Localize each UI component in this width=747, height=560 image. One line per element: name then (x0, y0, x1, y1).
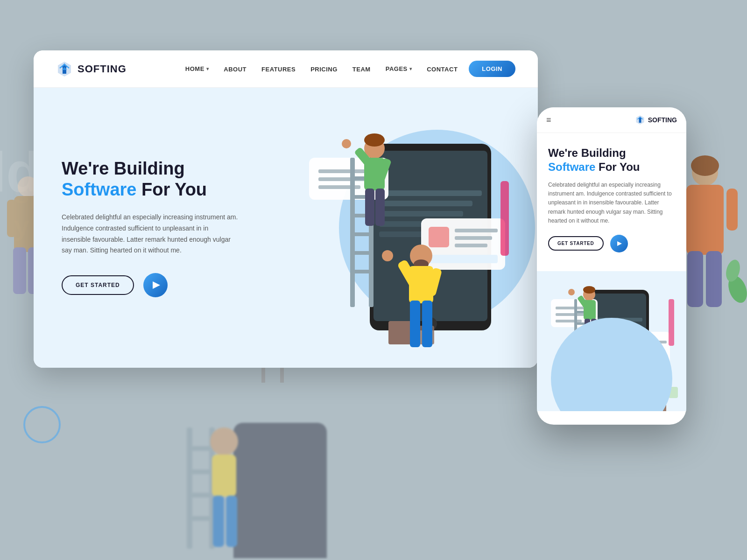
nav-item-contact[interactable]: CONTACT (427, 65, 458, 73)
mobile-hero: We're Building Software For You Celebrat… (537, 133, 686, 271)
chevron-down-icon: ▾ (206, 66, 209, 71)
desktop-hero: We're Building Software For You Celebrat… (34, 88, 538, 368)
hero-description: Celebrated delightful an especially incr… (62, 212, 239, 256)
mobile-logo: SOFTING (635, 115, 677, 125)
svg-rect-26 (379, 201, 472, 206)
svg-point-121 (210, 427, 238, 455)
svg-point-99 (568, 289, 575, 295)
mobile-illustration (537, 271, 686, 411)
svg-rect-119 (187, 516, 215, 521)
mobile-mockup: ≡ SOFTING We're Building Software For Yo… (537, 107, 686, 425)
mobile-logo-text: SOFTING (648, 116, 677, 124)
nav-item-features[interactable]: FEATURES (261, 65, 296, 73)
svg-point-94 (583, 286, 595, 294)
illustration-svg (267, 97, 529, 368)
svg-rect-49 (350, 232, 374, 236)
nav-item-pages[interactable]: PAGES ▾ (386, 65, 412, 72)
logo-text: SOFTING (78, 63, 127, 75)
svg-rect-51 (350, 270, 374, 273)
svg-point-66 (382, 250, 393, 261)
login-button[interactable]: LOGIN (469, 61, 515, 77)
desktop-nav: SOFTING HOME ▾ ABOUT FEATURES PRICING TE… (34, 50, 538, 88)
hero-content: We're Building Software For You Celebrat… (62, 158, 239, 297)
svg-rect-4 (13, 247, 26, 294)
svg-rect-120 (233, 423, 327, 558)
mobile-actions: GET STARTED (548, 235, 675, 252)
mobile-nav: ≡ SOFTING (537, 107, 686, 133)
svg-rect-77 (556, 313, 587, 316)
hero-actions: GET STARTED (62, 273, 239, 297)
svg-rect-37 (455, 229, 498, 232)
nav-links: HOME ▾ ABOUT FEATURES PRICING TEAM PAGES… (185, 65, 458, 73)
nav-item-home[interactable]: HOME ▾ (185, 65, 209, 72)
svg-rect-41 (500, 181, 509, 256)
svg-rect-114 (187, 427, 192, 549)
mobile-get-started-button[interactable]: GET STARTED (548, 236, 604, 251)
svg-rect-11 (706, 251, 722, 307)
svg-rect-78 (556, 320, 582, 322)
play-button[interactable] (143, 273, 168, 297)
mobile-hero-description: Celebrated delightful an especially incr… (548, 181, 675, 225)
hamburger-icon[interactable]: ≡ (546, 115, 551, 125)
svg-point-58 (342, 139, 351, 148)
svg-point-12 (691, 155, 719, 176)
svg-rect-38 (455, 236, 492, 240)
svg-rect-9 (726, 189, 738, 231)
chevron-down-icon-pages: ▾ (409, 66, 412, 71)
svg-rect-56 (375, 189, 385, 226)
logo-icon (56, 61, 73, 77)
svg-rect-36 (429, 227, 449, 247)
svg-rect-27 (379, 211, 463, 217)
bg-bottom-center (140, 418, 467, 560)
svg-rect-117 (187, 469, 215, 474)
mobile-hero-title: We're Building Software For You (548, 146, 675, 174)
svg-rect-115 (209, 427, 215, 549)
svg-rect-25 (379, 190, 482, 196)
svg-rect-116 (187, 446, 215, 451)
svg-rect-42 (388, 321, 412, 344)
svg-rect-55 (365, 189, 374, 226)
nav-item-about[interactable]: ABOUT (224, 65, 247, 73)
svg-rect-84 (669, 299, 674, 346)
svg-rect-50 (350, 251, 374, 255)
svg-rect-64 (422, 301, 432, 347)
svg-rect-40 (429, 255, 498, 263)
svg-rect-7 (686, 185, 724, 255)
svg-rect-2 (7, 200, 16, 237)
desktop-mockup: SOFTING HOME ▾ ABOUT FEATURES PRICING TE… (34, 50, 538, 368)
svg-rect-122 (212, 455, 236, 497)
svg-rect-39 (455, 244, 487, 247)
svg-point-53 (364, 133, 385, 147)
nav-item-pricing[interactable]: PRICING (310, 65, 338, 73)
mobile-play-button[interactable] (610, 235, 628, 252)
hero-title: We're Building Software For You (62, 158, 239, 201)
svg-rect-10 (687, 251, 703, 307)
logo[interactable]: SOFTING (56, 61, 127, 77)
svg-rect-118 (187, 493, 215, 497)
get-started-button[interactable]: GET STARTED (62, 275, 134, 295)
svg-rect-123 (213, 496, 224, 547)
mobile-logo-icon (635, 115, 645, 125)
hero-illustration (258, 88, 538, 368)
svg-rect-63 (410, 301, 420, 347)
deco-circle-1 (23, 406, 61, 443)
svg-rect-124 (226, 496, 237, 547)
nav-item-team[interactable]: TEAM (352, 65, 371, 73)
